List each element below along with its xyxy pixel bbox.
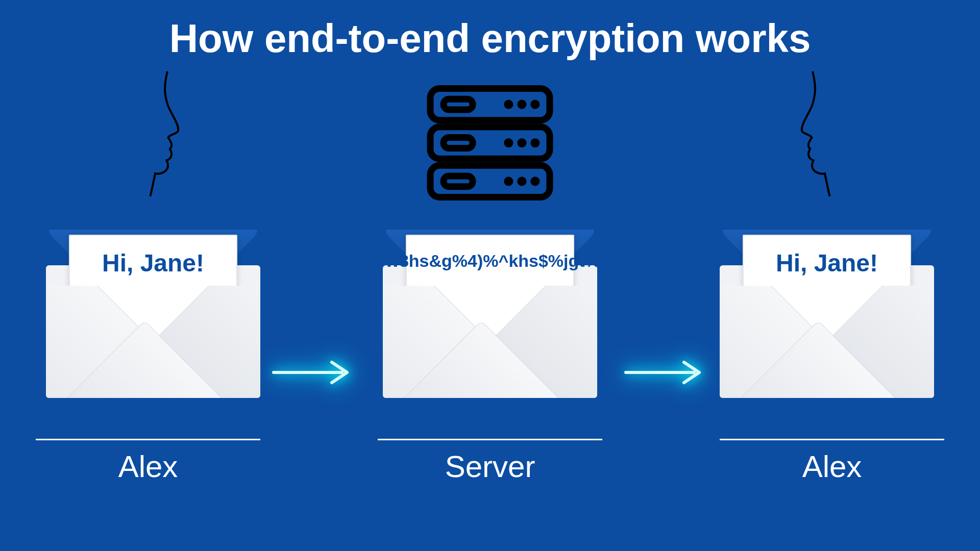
arrow-icon	[623, 357, 709, 388]
svg-point-9	[504, 138, 513, 147]
divider	[378, 439, 602, 440]
receiver-message: Hi, Jane!	[776, 250, 878, 277]
receiver-stage: Hi, Jane!	[694, 214, 960, 398]
svg-point-11	[530, 138, 540, 147]
svg-point-13	[517, 177, 526, 186]
sender-label: Alex	[36, 449, 260, 484]
server-stage: jhs5w8hs&g%4)%^khs$%jgt%w!0	[357, 214, 623, 398]
svg-rect-3	[444, 99, 473, 110]
svg-rect-5	[444, 176, 473, 187]
svg-point-14	[530, 177, 540, 186]
envelope-icon: jhs5w8hs&g%4)%^khs$%jgt%w!0	[373, 214, 607, 398]
receiver-face-icon	[776, 66, 857, 199]
divider	[720, 439, 944, 440]
sender-message: Hi, Jane!	[102, 250, 204, 277]
sender-face-icon	[122, 66, 204, 199]
envelope-icon: Hi, Jane!	[709, 214, 944, 398]
svg-point-8	[530, 100, 540, 109]
svg-point-12	[504, 177, 513, 186]
svg-point-6	[504, 100, 513, 109]
svg-rect-4	[444, 138, 473, 148]
sender-stage: Hi, Jane!	[20, 214, 286, 398]
server-icon	[424, 82, 556, 204]
receiver-label: Alex	[720, 449, 944, 484]
svg-point-10	[517, 138, 526, 147]
diagram-title: How end-to-end encryption works	[0, 15, 980, 62]
envelope-icon: Hi, Jane!	[36, 214, 271, 398]
svg-point-7	[517, 100, 526, 109]
server-label: Server	[378, 449, 602, 484]
arrow-icon	[271, 357, 357, 388]
server-message: jhs5w8hs&g%4)%^khs$%jgt%w!0	[351, 250, 629, 272]
divider	[36, 439, 260, 440]
